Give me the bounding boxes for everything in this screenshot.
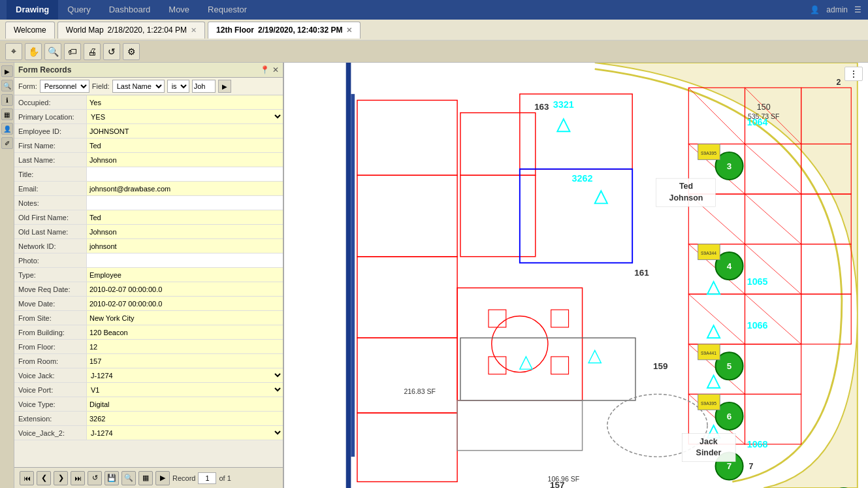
- svg-text:Jack: Jack: [699, 437, 718, 446]
- form-field-value-22[interactable]: 3262: [86, 412, 283, 425]
- toolbar-print[interactable]: 🖨: [84, 43, 101, 60]
- svg-text:S9A395: S9A395: [701, 401, 716, 406]
- nav-save[interactable]: 💾: [104, 471, 119, 485]
- form-field-label-15: From Site:: [14, 311, 86, 325]
- form-field-value-5[interactable]: [86, 167, 283, 181]
- tab-world-map-label: World Map: [66, 25, 104, 35]
- form-field-value-17[interactable]: 12: [86, 340, 283, 353]
- form-select-23[interactable]: J-1274: [87, 426, 283, 440]
- nav-last[interactable]: ⏭: [71, 471, 85, 485]
- form-field-value-0[interactable]: Yes: [86, 95, 283, 109]
- form-field-value-6[interactable]: johnsont@drawbase.com: [86, 182, 283, 195]
- form-content: Occupied:YesPrimary Location:YESEmployee…: [14, 95, 283, 467]
- op-select[interactable]: is: [167, 80, 189, 93]
- form-row: Voice Port:V1: [14, 383, 283, 397]
- form-field-value-23[interactable]: J-1274: [86, 426, 283, 440]
- left-panel: ▶ 🔍 ℹ ▦ 👤 ✐ Form Records 📍 ✕: [0, 63, 284, 488]
- toolbar-refresh[interactable]: ↺: [103, 43, 120, 60]
- svg-text:106.96 SF: 106.96 SF: [548, 475, 580, 483]
- svg-text:2: 2: [837, 78, 841, 87]
- close-form-icon[interactable]: ✕: [272, 65, 279, 74]
- search-input[interactable]: [192, 80, 216, 93]
- form-select-1[interactable]: YES: [87, 110, 283, 123]
- form-field-value-10[interactable]: johnsont: [86, 239, 283, 253]
- form-field-label-7: Notes:: [14, 196, 86, 210]
- side-icon-zoom[interactable]: 🔍: [1, 80, 13, 91]
- form-field-label-22: Extension:: [14, 412, 86, 425]
- nav-requestor[interactable]: Requestor: [199, 0, 256, 20]
- svg-text:Sinder: Sinder: [696, 448, 722, 457]
- form-field-value-4[interactable]: Johnson: [86, 153, 283, 167]
- form-select-20[interactable]: V1: [87, 383, 283, 397]
- svg-text:7: 7: [749, 462, 754, 471]
- form-field-value-7[interactable]: [86, 196, 283, 210]
- form-field-value-8[interactable]: Ted: [86, 210, 283, 224]
- form-field-value-20[interactable]: V1: [86, 383, 283, 397]
- form-field-value-19[interactable]: J-1274: [86, 368, 283, 382]
- form-field-value-11[interactable]: [86, 253, 283, 267]
- field-label: Field:: [92, 82, 110, 90]
- nav-move[interactable]: Move: [159, 0, 199, 20]
- toolbar-pan[interactable]: ✋: [25, 43, 42, 60]
- tab-12th-floor-close[interactable]: ✕: [346, 26, 352, 35]
- tab-12th-floor[interactable]: 12th Floor 2/19/2020, 12:40:32 PM ✕: [208, 22, 361, 39]
- nav-prev[interactable]: ❮: [37, 471, 51, 485]
- tab-welcome[interactable]: Welcome: [5, 22, 55, 39]
- form-field-value-16[interactable]: 120 Beacon: [86, 325, 283, 339]
- form-field-value-13[interactable]: 2010-02-07 00:00:00.0: [86, 282, 283, 296]
- toolbar-label[interactable]: 🏷: [64, 43, 81, 60]
- nav-reload[interactable]: ↺: [88, 471, 102, 485]
- field-select[interactable]: Last Name: [112, 80, 165, 93]
- svg-text:1065: 1065: [747, 276, 768, 287]
- side-icon-layers[interactable]: ▦: [1, 108, 13, 120]
- form-field-label-12: Type:: [14, 268, 86, 282]
- toolbar-settings[interactable]: ⚙: [123, 43, 140, 60]
- form-row: Photo:: [14, 253, 283, 268]
- form-field-value-2[interactable]: JOHNSONT: [86, 124, 283, 138]
- toolbar-select[interactable]: ⌖: [5, 43, 22, 60]
- form-field-value-3[interactable]: Ted: [86, 138, 283, 152]
- form-field-value-15[interactable]: New York City: [86, 311, 283, 325]
- map-area[interactable]: ⋮: [284, 63, 868, 488]
- form-field-value-9[interactable]: Johnson: [86, 225, 283, 238]
- menu-icon[interactable]: ☰: [854, 5, 861, 14]
- svg-text:7: 7: [727, 461, 731, 471]
- record-current[interactable]: [198, 472, 216, 484]
- nav-query[interactable]: Query: [58, 0, 99, 20]
- form-select[interactable]: Personnel: [40, 80, 89, 93]
- nav-next2[interactable]: ▶: [155, 471, 170, 485]
- nav-dashboard[interactable]: Dashboard: [100, 0, 160, 20]
- nav-first[interactable]: ⏮: [20, 471, 34, 485]
- svg-text:1068: 1068: [747, 439, 768, 449]
- filter-next[interactable]: ▶: [218, 80, 231, 93]
- form-select-19[interactable]: J-1274: [87, 368, 283, 382]
- side-icon-cursor[interactable]: ✐: [1, 137, 13, 149]
- form-field-value-14[interactable]: 2010-02-07 00:00:00.0: [86, 297, 283, 310]
- svg-text:161: 161: [634, 268, 649, 278]
- side-icon-info[interactable]: ℹ: [1, 94, 13, 106]
- pin-icon[interactable]: 📍: [260, 65, 270, 74]
- tab-world-map[interactable]: World Map 2/18/2020, 1:22:04 PM ✕: [57, 22, 205, 39]
- toolbar-zoom-area[interactable]: 🔍: [44, 43, 61, 60]
- nav-next[interactable]: ❯: [54, 471, 68, 485]
- form-row: Old Last Name:Johnson: [14, 225, 283, 239]
- side-icon-person[interactable]: 👤: [1, 123, 13, 135]
- form-row: Network ID:johnsont: [14, 239, 283, 253]
- tab-world-map-close[interactable]: ✕: [191, 26, 197, 35]
- svg-rect-2: [351, 94, 355, 457]
- side-icon-select[interactable]: ▶: [1, 65, 13, 77]
- nav-drawing[interactable]: Drawing: [7, 0, 58, 20]
- form-field-value-18[interactable]: 157: [86, 354, 283, 368]
- nav-zoom[interactable]: 🔍: [121, 471, 136, 485]
- form-records-icons: 📍 ✕: [260, 65, 279, 74]
- map-menu-button[interactable]: ⋮: [844, 67, 863, 81]
- nav-grid[interactable]: ▦: [138, 471, 153, 485]
- form-field-label-16: From Building:: [14, 325, 86, 339]
- form-field-value-21[interactable]: Digital: [86, 397, 283, 411]
- svg-text:150: 150: [757, 103, 771, 112]
- form-label: Form:: [18, 82, 37, 90]
- form-row: From Room:157: [14, 354, 283, 368]
- form-field-value-1[interactable]: YES: [86, 110, 283, 123]
- form-field-label-2: Employee ID:: [14, 124, 86, 138]
- form-field-value-12[interactable]: Employee: [86, 268, 283, 282]
